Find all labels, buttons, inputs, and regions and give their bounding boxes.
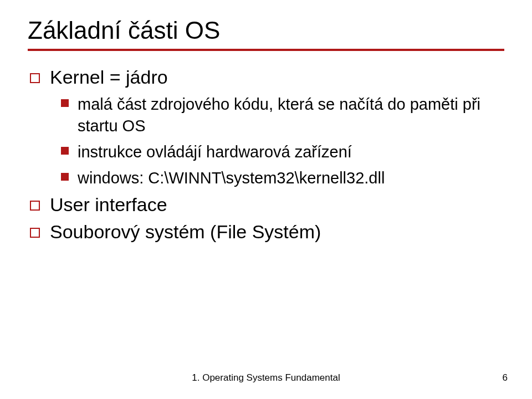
list-item-text: Kernel = jádro	[50, 66, 168, 88]
title-underline	[28, 49, 504, 51]
list-item-text: malá část zdrojového kódu, která se načí…	[78, 94, 504, 137]
list-item-text: Souborový systém (File Systém)	[50, 221, 321, 243]
filled-square-bullet-icon	[61, 173, 69, 181]
list-item: Kernel = jádro	[30, 66, 504, 88]
list-item: Souborový systém (File Systém)	[30, 221, 504, 243]
hollow-square-bullet-icon	[30, 228, 40, 238]
filled-square-bullet-icon	[61, 147, 69, 155]
page-number: 6	[503, 372, 508, 383]
hollow-square-bullet-icon	[30, 73, 40, 83]
hollow-square-bullet-icon	[30, 201, 40, 211]
slide-title: Základní části OS	[28, 17, 504, 44]
filled-square-bullet-icon	[61, 99, 69, 107]
list-item-text: User interface	[50, 194, 167, 216]
slide: Základní části OS Kernel = jádro malá čá…	[0, 0, 532, 399]
list-item: malá část zdrojového kódu, která se načí…	[61, 94, 504, 137]
list-item: windows: C:\WINNT\system32\kernell32.dll	[61, 167, 504, 189]
slide-footer: 1. Operating Systems Fundamental	[0, 372, 532, 383]
slide-content: Kernel = jádro malá část zdrojového kódu…	[28, 66, 504, 243]
list-item: instrukce ovládájí hardwarová zařízení	[61, 141, 504, 163]
list-item-text: windows: C:\WINNT\system32\kernell32.dll	[78, 167, 385, 189]
list-item: User interface	[30, 194, 504, 216]
list-item-text: instrukce ovládájí hardwarová zařízení	[78, 141, 352, 163]
